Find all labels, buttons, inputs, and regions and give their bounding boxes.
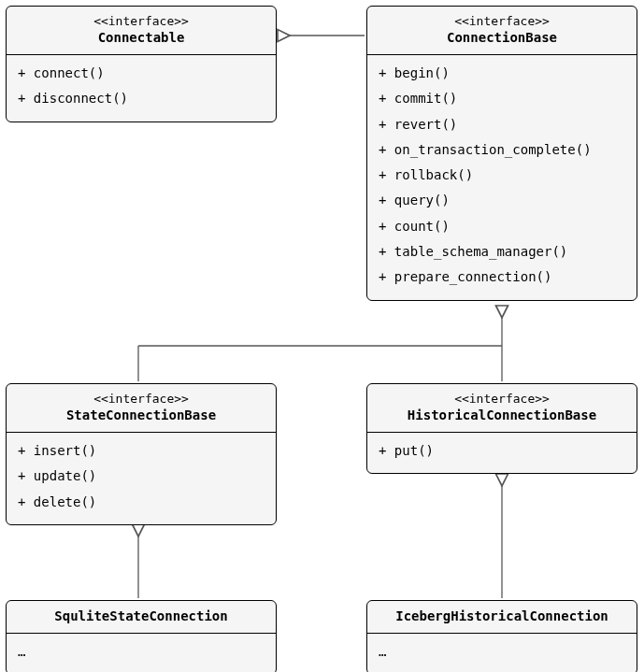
class-name: ConnectionBase [377,30,627,45]
member: + prepare_connection() [379,265,625,290]
class-connection-base: <<interface>> ConnectionBase + begin() +… [366,6,637,301]
member: + on_transaction_complete() [379,137,625,163]
member: + connect() [18,61,265,86]
member: + insert() [18,438,265,464]
stereotype-label: <<interface>> [377,14,627,28]
class-sqlite-state-connection: SquliteStateConnection … [6,600,277,672]
stereotype-label: <<interface>> [16,392,266,406]
member: + query() [379,188,625,213]
member: + update() [18,464,265,489]
member: + count() [379,214,625,239]
class-historical-connection-base: <<interface>> HistoricalConnectionBase +… [366,383,637,474]
class-members: + begin() + commit() + revert() + on_tra… [367,55,637,300]
member: + commit() [379,86,625,111]
class-members: + insert() + update() + delete() [7,433,276,524]
class-name: Connectable [16,30,266,45]
class-name: IcebergHistoricalConnection [377,608,627,623]
member: + rollback() [379,163,625,188]
stereotype-label: <<interface>> [377,392,627,406]
class-header: <<interface>> StateConnectionBase [7,384,276,433]
member: + begin() [379,61,625,86]
class-connectable: <<interface>> Connectable + connect() + … [6,6,277,122]
class-members: … [7,634,276,672]
class-name: HistoricalConnectionBase [377,407,627,422]
class-members: … [367,634,637,672]
class-header: <<interface>> Connectable [7,7,276,55]
class-name: StateConnectionBase [16,407,266,422]
stereotype-label: <<interface>> [16,14,266,28]
member: + disconnect() [18,86,265,111]
member: + revert() [379,112,625,137]
member: + delete() [18,490,265,515]
class-members: + connect() + disconnect() [7,55,276,122]
class-header: <<interface>> HistoricalConnectionBase [367,384,637,433]
class-iceberg-historical-connection: IcebergHistoricalConnection … [366,600,637,672]
member: + table_schema_manager() [379,239,625,265]
class-members: + put() [367,433,637,473]
class-header: IcebergHistoricalConnection [367,601,637,634]
class-header: SquliteStateConnection [7,601,276,634]
member: … [18,639,265,665]
class-state-connection-base: <<interface>> StateConnectionBase + inse… [6,383,277,525]
class-header: <<interface>> ConnectionBase [367,7,637,55]
member: + put() [379,438,625,464]
member: … [379,639,625,665]
class-name: SquliteStateConnection [16,608,266,623]
